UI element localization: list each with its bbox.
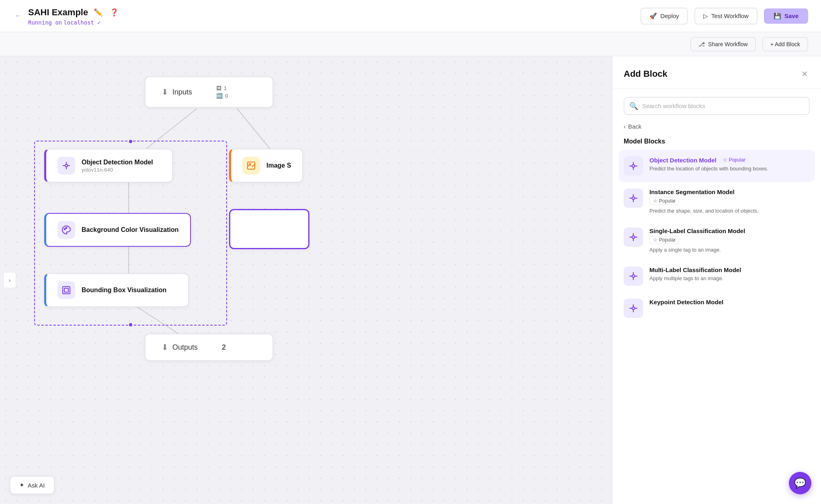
block-name-row-3: Multi-Label Classification Model: [649, 266, 810, 273]
save-button[interactable]: 💾 Save: [764, 8, 808, 24]
inputs-badges: 🖼 1 🔤 0: [216, 85, 228, 99]
image-node-icon: [242, 157, 260, 174]
search-icon: 🔍: [629, 102, 638, 111]
block-item-multi-label[interactable]: Multi-Label Classification Model Apply m…: [619, 260, 815, 292]
outputs-node[interactable]: ⬇ Outputs 2: [145, 334, 273, 361]
block-name-2: Single-Label Classification Model: [649, 227, 745, 234]
object-detection-icon: [57, 157, 75, 174]
inputs-node[interactable]: ⬇ Inputs 🖼 1 🔤 0: [145, 76, 273, 108]
block-item-object-detection[interactable]: Object Detection Model ☆ Popular Predict…: [619, 150, 815, 182]
block-icon-1: [624, 188, 643, 208]
add-block-button[interactable]: + Add Block: [762, 37, 808, 51]
svg-rect-16: [63, 287, 70, 294]
selection-dot-top: [129, 140, 132, 143]
block-icon-2: [624, 227, 643, 247]
bg-color-icon: [57, 221, 75, 239]
section-title: Model Blocks: [612, 135, 821, 150]
back-button[interactable]: ←: [13, 10, 23, 22]
block-name-0: Object Detection Model: [649, 157, 717, 164]
workflow-canvas[interactable]: › ⬇ Inputs 🖼 1 🔤 0: [0, 56, 612, 504]
block-name-row-4: Keypoint Detection Model: [649, 299, 810, 305]
chat-button[interactable]: 💬: [789, 472, 811, 494]
close-panel-button[interactable]: ✕: [800, 68, 810, 80]
block-name-3: Multi-Label Classification Model: [649, 266, 741, 273]
help-icon[interactable]: ❓: [108, 6, 120, 18]
test-workflow-button[interactable]: ▷ Test Workflow: [694, 8, 758, 25]
block-desc-3: Apply multiple tags to an image.: [649, 275, 810, 282]
header-subtitle: Running on localhost ✓: [28, 19, 120, 26]
bounding-box-info: Bounding Box Visualization: [82, 287, 166, 294]
panel-title: Add Block: [624, 69, 667, 79]
svg-point-18: [632, 165, 635, 168]
ai-icon: ✦: [19, 481, 25, 489]
title-block: SAHI Example ✏️ ❓ Running on localhost ✓: [28, 6, 120, 26]
page-title: SAHI Example: [28, 7, 88, 18]
outputs-label: ⬇ Outputs: [162, 342, 198, 352]
block-name-4: Keypoint Detection Model: [649, 299, 723, 305]
svg-line-12: [252, 164, 255, 167]
block-desc-0: Predict the location of objects with bou…: [649, 165, 810, 172]
svg-point-14: [64, 229, 66, 230]
header-right: 🚀 Deploy ▷ Test Workflow 💾 Save: [641, 8, 808, 25]
save-icon: 💾: [774, 12, 781, 20]
svg-point-5: [65, 164, 68, 167]
popular-row-1: ☆ Popular: [649, 197, 810, 205]
badge-row-2: 🔤 0: [216, 93, 228, 99]
badge-row-1: 🖼 1: [216, 85, 228, 91]
block-name-row-0: Object Detection Model ☆ Popular: [649, 156, 810, 164]
chevron-left-icon: ‹: [624, 123, 626, 130]
deploy-button[interactable]: 🚀 Deploy: [641, 8, 688, 25]
header-left: ← SAHI Example ✏️ ❓ Running on localhost…: [13, 6, 120, 26]
main: › ⬇ Inputs 🖼 1 🔤 0: [0, 56, 821, 504]
add-block-panel: Add Block ✕ 🔍 ‹ Back Model Blocks: [612, 56, 821, 504]
download-icon: ⬇: [162, 87, 168, 97]
purple-block[interactable]: [229, 209, 309, 249]
star-icon-2: ☆: [653, 237, 657, 243]
svg-point-15: [66, 227, 67, 229]
popular-badge-0: ☆ Popular: [720, 156, 749, 164]
outputs-count: 2: [222, 343, 226, 352]
subheader: ⎇ Share Workflow + Add Block: [0, 32, 821, 56]
bg-color-node[interactable]: Background Color Visualization: [44, 213, 191, 247]
block-icon-3: [624, 266, 643, 286]
block-item-instance-segmentation[interactable]: Instance Segmentation Model ☆ Popular Pr…: [619, 182, 815, 221]
block-content-3: Multi-Label Classification Model Apply m…: [649, 266, 810, 282]
block-list: Object Detection Model ☆ Popular Predict…: [612, 150, 821, 504]
block-content-4: Keypoint Detection Model: [649, 299, 810, 307]
popular-badge-1: ☆ Popular: [649, 197, 679, 205]
block-name-row-1: Instance Segmentation Model: [649, 188, 810, 195]
inputs-label: ⬇ Inputs: [162, 87, 192, 97]
block-icon-4: [624, 299, 643, 318]
selection-dot-bottom: [129, 323, 132, 326]
svg-point-28: [632, 236, 635, 239]
block-item-keypoint[interactable]: Keypoint Detection Model: [619, 292, 815, 324]
object-detection-info: Object Detection Model yolov11n-640: [82, 159, 153, 173]
edit-icon[interactable]: ✏️: [92, 6, 104, 18]
back-button-panel[interactable]: ‹ Back: [612, 123, 821, 135]
svg-point-33: [632, 275, 635, 278]
deploy-icon: 🚀: [649, 12, 657, 20]
header: ← SAHI Example ✏️ ❓ Running on localhost…: [0, 0, 821, 32]
sidebar-toggle[interactable]: ›: [3, 272, 16, 288]
block-name-1: Instance Segmentation Model: [649, 188, 735, 195]
block-icon-0: [624, 156, 643, 176]
svg-point-38: [632, 307, 635, 310]
image-node-info: Image S: [266, 162, 291, 169]
check-icon: ✓: [97, 19, 100, 26]
panel-search: 🔍: [624, 97, 810, 115]
share-icon: ⎇: [698, 41, 705, 47]
image-node[interactable]: Image S: [229, 149, 303, 182]
bounding-box-node[interactable]: Bounding Box Visualization: [44, 273, 189, 307]
block-item-single-label[interactable]: Single-Label Classification Model ☆ Popu…: [619, 221, 815, 260]
text-icon: 🔤: [216, 93, 223, 99]
star-icon-0: ☆: [723, 157, 727, 163]
star-icon-1: ☆: [653, 198, 657, 204]
bg-color-info: Background Color Visualization: [82, 226, 179, 234]
bounding-box-icon: [57, 281, 75, 299]
ask-ai-button[interactable]: ✦ Ask AI: [10, 476, 55, 494]
block-desc-1: Predict the shape, size, and location of…: [649, 207, 810, 215]
block-content-1: Instance Segmentation Model ☆ Popular Pr…: [649, 188, 810, 215]
share-workflow-button[interactable]: ⎇ Share Workflow: [690, 37, 756, 51]
object-detection-node[interactable]: Object Detection Model yolov11n-640: [44, 149, 173, 182]
search-input[interactable]: [624, 97, 810, 115]
